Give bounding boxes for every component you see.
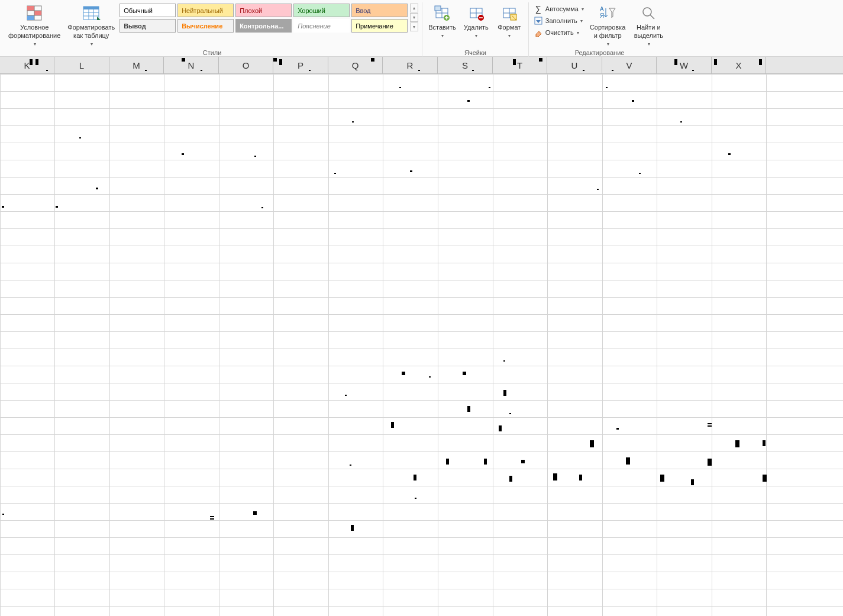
group-styles-label: Стили (2, 49, 422, 56)
insert-button[interactable]: Вставить ▾ (426, 2, 458, 40)
table-icon (82, 4, 101, 22)
format-as-table-button[interactable]: Форматировать как таблицу ▾ (65, 2, 117, 48)
gridline-row (0, 160, 843, 160)
autosum-label: Автосумма (545, 5, 579, 12)
column-header-M[interactable]: M (109, 57, 164, 73)
gridline-col (109, 74, 110, 616)
format-label: Формат (498, 24, 521, 32)
column-header-R[interactable]: R (383, 57, 438, 73)
cell-content (763, 440, 766, 446)
cell-content (352, 121, 354, 122)
style-check[interactable]: Контрольна... (235, 19, 292, 33)
conditional-formatting-icon (25, 4, 44, 22)
cell-content (345, 395, 347, 396)
sort-filter-button[interactable]: А Я Сортировка и фильтр ▾ (587, 2, 628, 48)
column-headers: KLMNOPQRSTUVWX (0, 57, 843, 74)
cell-content (708, 459, 712, 466)
gridline-row (0, 280, 843, 280)
svg-rect-1 (27, 6, 34, 11)
column-header-Q[interactable]: Q (328, 57, 383, 73)
svg-marker-28 (536, 20, 541, 23)
cell-content (660, 475, 664, 482)
group-cells: Вставить ▾ Удалить ▾ (422, 2, 529, 57)
find-select-button[interactable]: Найти и выделить ▾ (630, 2, 667, 48)
gridline-row (0, 177, 843, 178)
style-calc[interactable]: Вычисление (177, 19, 234, 33)
style-normal[interactable]: Обычный (119, 4, 176, 17)
column-header-W[interactable]: W (657, 57, 712, 73)
clear-button[interactable]: Очистить ▾ (532, 27, 585, 38)
column-header-V[interactable]: V (602, 57, 657, 73)
autosum-button[interactable]: ∑ Автосумма ▾ (532, 4, 585, 14)
find-select-label: Найти и выделить (634, 24, 663, 40)
cell-content (632, 100, 634, 102)
cell-content (708, 423, 712, 427)
style-neutral[interactable]: Нейтральный (177, 4, 234, 17)
fill-button[interactable]: Заполнить ▾ (532, 15, 585, 26)
column-header-L[interactable]: L (54, 57, 109, 73)
style-note[interactable]: Примечание (351, 19, 408, 33)
style-explain[interactable]: Пояснение (293, 19, 350, 33)
column-header-N[interactable]: N (164, 57, 219, 73)
cell-content (96, 188, 98, 189)
gridline-row (0, 554, 843, 555)
cell-content (351, 525, 354, 531)
style-output[interactable]: Вывод (119, 19, 176, 33)
gridline-row (0, 331, 843, 332)
gridline-row (0, 572, 843, 572)
cell-content (680, 121, 682, 122)
gridline-row (0, 263, 843, 263)
sort-filter-icon: А Я (598, 4, 617, 22)
delete-button[interactable]: Удалить ▾ (461, 2, 492, 40)
gridline-row (0, 125, 843, 126)
sigma-icon: ∑ (534, 4, 543, 14)
gallery-down-button[interactable]: ▾ (410, 13, 418, 22)
svg-rect-2 (34, 11, 41, 15)
header-mark (201, 70, 202, 71)
gridline-row (0, 228, 843, 229)
header-mark (583, 70, 584, 71)
fill-label: Заполнить (545, 17, 577, 24)
svg-text:Я: Я (600, 12, 604, 19)
column-header-O[interactable]: O (219, 57, 273, 73)
chevron-down-icon: ▾ (91, 41, 93, 47)
gallery-more-button[interactable]: ▾ (410, 22, 418, 31)
gallery-up-button[interactable]: ▴ (410, 4, 418, 12)
gridline-col (547, 74, 548, 616)
style-bad[interactable]: Плохой (235, 4, 292, 17)
cell-content (503, 390, 506, 396)
header-mark (309, 70, 311, 71)
header-mark (30, 59, 33, 65)
gridline-row (0, 606, 843, 607)
cell-content (626, 457, 630, 465)
worksheet-grid[interactable] (0, 74, 843, 616)
column-header-S[interactable]: S (438, 57, 493, 73)
format-button[interactable]: Формат ▾ (494, 2, 525, 40)
fill-down-icon (534, 16, 543, 25)
gridline-row (0, 366, 843, 366)
svg-rect-8 (83, 7, 99, 9)
group-cells-label: Ячейки (422, 49, 528, 56)
gridline-col (602, 74, 603, 616)
style-input[interactable]: Ввод (351, 4, 408, 17)
search-icon (639, 4, 658, 22)
style-good[interactable]: Хороший (293, 4, 350, 17)
conditional-formatting-button[interactable]: Условное форматирование ▾ (6, 2, 63, 48)
cell-content (735, 440, 739, 447)
cell-content (182, 153, 184, 155)
gridline-row (0, 400, 843, 401)
gridline-row (0, 469, 843, 469)
chevron-down-icon: ▾ (475, 33, 477, 38)
gridline-row (0, 194, 843, 195)
column-header-X[interactable]: X (712, 57, 766, 73)
cell-content (334, 173, 336, 174)
column-header-U[interactable]: U (547, 57, 602, 73)
header-mark (759, 59, 762, 65)
header-mark (612, 70, 613, 71)
cell-content (446, 459, 449, 465)
chevron-down-icon: ▾ (607, 41, 609, 47)
gridline-row (0, 246, 843, 246)
gridline-row (0, 383, 843, 383)
cell-content (2, 514, 4, 515)
svg-text:А: А (600, 6, 604, 12)
